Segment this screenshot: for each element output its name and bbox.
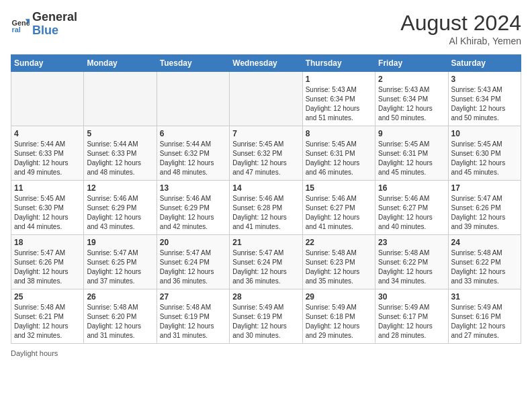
footer: Daylight hours — [11, 349, 521, 357]
day-number: 19 — [87, 238, 153, 247]
day-info: Sunrise: 5:46 AM Sunset: 6:27 PM Dayligh… — [306, 194, 372, 232]
calendar-cell: 28Sunrise: 5:49 AM Sunset: 6:19 PM Dayli… — [230, 289, 302, 344]
day-info: Sunrise: 5:47 AM Sunset: 6:26 PM Dayligh… — [451, 194, 518, 232]
day-info: Sunrise: 5:47 AM Sunset: 6:26 PM Dayligh… — [14, 248, 81, 286]
month-year: August 2024 — [400, 11, 521, 36]
calendar-cell: 16Sunrise: 5:46 AM Sunset: 6:27 PM Dayli… — [375, 181, 448, 235]
day-info: Sunrise: 5:49 AM Sunset: 6:16 PM Dayligh… — [451, 303, 518, 340]
calendar-table: SundayMondayTuesdayWednesdayThursdayFrid… — [11, 54, 521, 344]
calendar-cell — [84, 72, 157, 126]
day-info: Sunrise: 5:44 AM Sunset: 6:33 PM Dayligh… — [14, 140, 81, 177]
day-number: 6 — [160, 129, 226, 138]
day-number: 13 — [160, 183, 226, 193]
day-info: Sunrise: 5:44 AM Sunset: 6:33 PM Dayligh… — [87, 140, 153, 177]
calendar-cell: 29Sunrise: 5:49 AM Sunset: 6:18 PM Dayli… — [302, 289, 375, 344]
day-info: Sunrise: 5:45 AM Sunset: 6:31 PM Dayligh… — [378, 140, 445, 177]
day-info: Sunrise: 5:46 AM Sunset: 6:29 PM Dayligh… — [87, 194, 153, 232]
calendar-cell: 18Sunrise: 5:47 AM Sunset: 6:26 PM Dayli… — [11, 235, 84, 289]
day-number: 10 — [451, 129, 518, 138]
calendar-cell: 11Sunrise: 5:45 AM Sunset: 6:30 PM Dayli… — [11, 181, 84, 235]
page-header: Gene ral General Blue August 2024 Al Khi… — [11, 11, 521, 46]
day-number: 7 — [232, 129, 299, 138]
calendar-cell: 14Sunrise: 5:46 AM Sunset: 6:28 PM Dayli… — [230, 181, 302, 235]
day-number: 26 — [87, 292, 153, 302]
calendar-cell: 24Sunrise: 5:48 AM Sunset: 6:22 PM Dayli… — [448, 235, 521, 289]
logo-line1: General — [32, 10, 77, 24]
column-header-tuesday: Tuesday — [157, 55, 229, 72]
day-info: Sunrise: 5:47 AM Sunset: 6:24 PM Dayligh… — [232, 248, 299, 286]
day-info: Sunrise: 5:46 AM Sunset: 6:27 PM Dayligh… — [378, 194, 445, 232]
day-info: Sunrise: 5:45 AM Sunset: 6:32 PM Dayligh… — [232, 140, 299, 177]
calendar-cell: 17Sunrise: 5:47 AM Sunset: 6:26 PM Dayli… — [448, 181, 521, 235]
day-info: Sunrise: 5:47 AM Sunset: 6:25 PM Dayligh… — [87, 248, 153, 286]
day-number: 11 — [14, 183, 81, 193]
calendar-cell — [11, 72, 84, 126]
day-number: 1 — [306, 75, 372, 84]
title-block: August 2024 Al Khirab, Yemen — [400, 11, 521, 46]
column-header-wednesday: Wednesday — [230, 55, 302, 72]
calendar-cell: 13Sunrise: 5:46 AM Sunset: 6:29 PM Dayli… — [157, 181, 229, 235]
day-number: 9 — [378, 129, 445, 138]
calendar-cell: 9Sunrise: 5:45 AM Sunset: 6:31 PM Daylig… — [375, 126, 448, 181]
day-number: 16 — [378, 183, 445, 193]
day-info: Sunrise: 5:46 AM Sunset: 6:29 PM Dayligh… — [160, 194, 226, 232]
location: Al Khirab, Yemen — [400, 36, 521, 46]
daylight-label: Daylight hours — [11, 349, 58, 357]
day-number: 17 — [451, 183, 518, 193]
day-number: 25 — [14, 292, 81, 302]
day-number: 8 — [306, 129, 372, 138]
day-number: 18 — [14, 238, 81, 247]
column-header-friday: Friday — [375, 55, 448, 72]
day-info: Sunrise: 5:48 AM Sunset: 6:21 PM Dayligh… — [14, 303, 81, 340]
week-row: 11Sunrise: 5:45 AM Sunset: 6:30 PM Dayli… — [11, 181, 521, 235]
day-info: Sunrise: 5:49 AM Sunset: 6:19 PM Dayligh… — [232, 303, 299, 340]
calendar-cell: 20Sunrise: 5:47 AM Sunset: 6:24 PM Dayli… — [157, 235, 229, 289]
day-number: 23 — [378, 238, 445, 247]
day-info: Sunrise: 5:45 AM Sunset: 6:30 PM Dayligh… — [451, 140, 518, 177]
day-number: 15 — [306, 183, 372, 193]
day-info: Sunrise: 5:45 AM Sunset: 6:30 PM Dayligh… — [14, 194, 81, 232]
day-number: 30 — [378, 292, 445, 302]
calendar-cell: 21Sunrise: 5:47 AM Sunset: 6:24 PM Dayli… — [230, 235, 302, 289]
day-info: Sunrise: 5:44 AM Sunset: 6:32 PM Dayligh… — [160, 140, 226, 177]
calendar-cell: 15Sunrise: 5:46 AM Sunset: 6:27 PM Dayli… — [302, 181, 375, 235]
svg-text:ral: ral — [12, 26, 21, 34]
calendar-cell: 23Sunrise: 5:48 AM Sunset: 6:22 PM Dayli… — [375, 235, 448, 289]
calendar-cell: 27Sunrise: 5:48 AM Sunset: 6:19 PM Dayli… — [157, 289, 229, 344]
calendar-cell: 19Sunrise: 5:47 AM Sunset: 6:25 PM Dayli… — [84, 235, 157, 289]
day-info: Sunrise: 5:48 AM Sunset: 6:22 PM Dayligh… — [451, 248, 518, 286]
day-number: 14 — [232, 183, 299, 193]
column-header-monday: Monday — [84, 55, 157, 72]
column-header-thursday: Thursday — [302, 55, 375, 72]
calendar-cell: 1Sunrise: 5:43 AM Sunset: 6:34 PM Daylig… — [302, 72, 375, 126]
day-number: 29 — [306, 292, 372, 302]
calendar-cell: 3Sunrise: 5:43 AM Sunset: 6:34 PM Daylig… — [448, 72, 521, 126]
logo-icon: Gene ral — [11, 15, 30, 34]
calendar-cell: 22Sunrise: 5:48 AM Sunset: 6:23 PM Dayli… — [302, 235, 375, 289]
calendar-cell: 7Sunrise: 5:45 AM Sunset: 6:32 PM Daylig… — [230, 126, 302, 181]
day-info: Sunrise: 5:43 AM Sunset: 6:34 PM Dayligh… — [451, 85, 518, 123]
calendar-cell: 6Sunrise: 5:44 AM Sunset: 6:32 PM Daylig… — [157, 126, 229, 181]
calendar-cell — [230, 72, 302, 126]
calendar-cell: 25Sunrise: 5:48 AM Sunset: 6:21 PM Dayli… — [11, 289, 84, 344]
calendar-cell: 30Sunrise: 5:49 AM Sunset: 6:17 PM Dayli… — [375, 289, 448, 344]
day-info: Sunrise: 5:47 AM Sunset: 6:24 PM Dayligh… — [160, 248, 226, 286]
day-info: Sunrise: 5:43 AM Sunset: 6:34 PM Dayligh… — [306, 85, 372, 123]
week-row: 18Sunrise: 5:47 AM Sunset: 6:26 PM Dayli… — [11, 235, 521, 289]
calendar-cell: 2Sunrise: 5:43 AM Sunset: 6:34 PM Daylig… — [375, 72, 448, 126]
day-number: 4 — [14, 129, 81, 138]
calendar-cell: 31Sunrise: 5:49 AM Sunset: 6:16 PM Dayli… — [448, 289, 521, 344]
day-number: 27 — [160, 292, 226, 302]
day-info: Sunrise: 5:48 AM Sunset: 6:22 PM Dayligh… — [378, 248, 445, 286]
logo: Gene ral General Blue — [11, 11, 77, 38]
column-header-saturday: Saturday — [448, 55, 521, 72]
calendar-cell: 5Sunrise: 5:44 AM Sunset: 6:33 PM Daylig… — [84, 126, 157, 181]
day-number: 31 — [451, 292, 518, 302]
day-number: 20 — [160, 238, 226, 247]
day-info: Sunrise: 5:49 AM Sunset: 6:17 PM Dayligh… — [378, 303, 445, 340]
day-number: 22 — [306, 238, 372, 247]
day-info: Sunrise: 5:43 AM Sunset: 6:34 PM Dayligh… — [378, 85, 445, 123]
day-number: 21 — [232, 238, 299, 247]
calendar-cell: 8Sunrise: 5:45 AM Sunset: 6:31 PM Daylig… — [302, 126, 375, 181]
day-number: 2 — [378, 75, 445, 84]
